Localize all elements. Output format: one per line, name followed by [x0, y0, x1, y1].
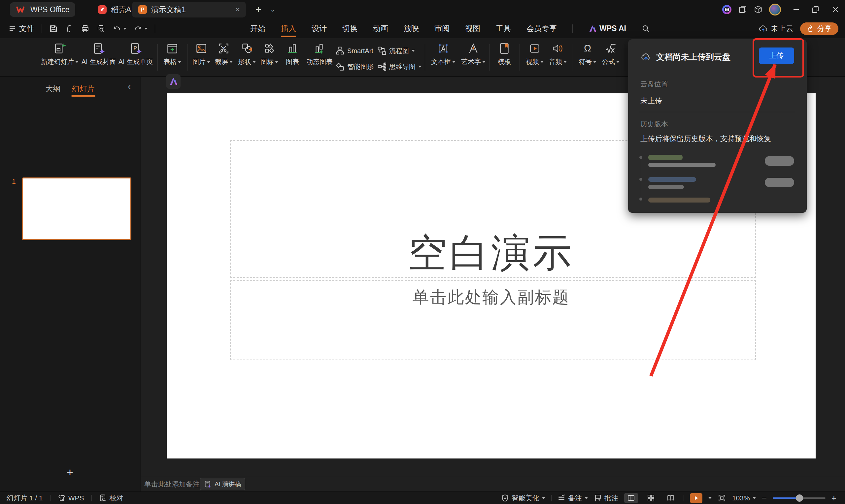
slide-thumbnail[interactable] — [22, 178, 131, 240]
restore-button[interactable] — [808, 2, 823, 17]
notes-input[interactable]: 单击此处添加备注 — [144, 476, 200, 492]
add-slide-button[interactable]: + — [67, 466, 73, 478]
slide-subtitle-placeholder-text[interactable]: 单击此处输入副标题 — [167, 286, 816, 308]
statusbar: 幻灯片 1 / 1 WPS 校对 智能美化 备注 — [0, 491, 845, 504]
share-icon — [807, 25, 815, 33]
chevron-down-icon — [753, 497, 756, 499]
wps-member-button[interactable]: WPS — [58, 494, 84, 502]
icons-button[interactable]: 图标 — [261, 41, 278, 66]
svg-text:Ω: Ω — [584, 42, 591, 53]
tab-review[interactable]: 审阅 — [434, 19, 450, 38]
share-button[interactable]: 分享 — [800, 22, 839, 35]
tab-transition[interactable]: 切换 — [342, 19, 357, 38]
menubar: 文件 开始 — [0, 19, 845, 38]
table-button[interactable]: 表格 — [163, 41, 181, 66]
close-button[interactable] — [828, 2, 843, 17]
book-view-icon — [667, 494, 675, 502]
smart-graphic-button[interactable]: 智能图形 — [335, 62, 374, 71]
print-icon[interactable] — [81, 24, 89, 33]
close-tab-icon[interactable]: × — [235, 5, 240, 14]
zoom-slider-thumb[interactable] — [796, 494, 803, 502]
skeleton-bar — [648, 155, 683, 160]
shapes-button[interactable]: 形状 — [238, 41, 256, 66]
smartart-button[interactable]: SmartArt — [335, 46, 373, 55]
picture-button[interactable]: 图片 — [192, 41, 210, 66]
document-tab[interactable]: P 演示文稿1 × — [132, 2, 246, 17]
flowchart-button[interactable]: 流程图 — [377, 46, 415, 55]
tab-member[interactable]: 会员专享 — [527, 19, 557, 38]
zoom-slider[interactable] — [773, 498, 826, 499]
reading-view-button[interactable] — [664, 493, 677, 503]
tab-list-chevron-icon[interactable]: ⌄ — [267, 3, 279, 17]
video-button[interactable]: 视频 — [526, 41, 544, 66]
tab-tools[interactable]: 工具 — [496, 19, 511, 38]
ai-cover-icon — [92, 41, 106, 55]
ai-speech-button[interactable]: AI 演讲稿 — [200, 478, 245, 490]
smart-beautify-button[interactable]: 智能美化 — [501, 493, 545, 503]
textbox-button[interactable]: 文本框 — [431, 41, 456, 66]
ai-speech-label: AI 演讲稿 — [214, 480, 241, 488]
minimize-button[interactable] — [789, 2, 804, 17]
tab-slideshow[interactable]: 放映 — [404, 19, 419, 38]
tab-wps-ai[interactable]: WPS AI — [588, 24, 626, 33]
slide-sorter-view-button[interactable] — [644, 493, 658, 503]
print-preview-icon[interactable] — [97, 24, 105, 33]
avatar[interactable] — [768, 2, 782, 17]
redo-button[interactable] — [134, 24, 147, 33]
tab-insert[interactable]: 插入 — [281, 19, 296, 38]
chart-button[interactable]: 图表 — [285, 41, 299, 66]
tab-animation[interactable]: 动画 — [373, 19, 388, 38]
new-tab-button[interactable]: + — [251, 3, 265, 17]
zoom-in-button[interactable]: + — [831, 493, 837, 503]
tshirt-icon — [58, 494, 66, 502]
ai-generate-cover-button[interactable]: AI 生成封面 — [82, 41, 116, 66]
wordart-button[interactable]: 艺术字 — [461, 41, 486, 66]
wps-ai-floating-button[interactable] — [166, 74, 180, 89]
notes-toggle-button[interactable]: 备注 — [558, 493, 588, 503]
collapse-panel-icon[interactable]: ‹ — [128, 82, 131, 92]
tab-home[interactable]: 开始 — [250, 19, 265, 38]
slide-title-text[interactable]: 空白演示 — [167, 227, 816, 280]
fit-screen-button[interactable] — [718, 494, 726, 502]
ai-generate-page-button[interactable]: P AI 生成单页 — [119, 41, 153, 66]
home-tab[interactable]: WPS Office — [10, 2, 75, 17]
template-button[interactable]: 模板 — [497, 41, 511, 66]
screenshot-button[interactable]: 截屏 — [215, 41, 233, 66]
comments-button[interactable]: 批注 — [594, 493, 618, 503]
document-tab-label: 演示文稿1 — [151, 5, 186, 15]
ai-assistant-icon[interactable] — [719, 2, 735, 17]
search-icon[interactable] — [642, 24, 650, 33]
chevron-down-icon — [563, 61, 567, 63]
dynamic-chart-button[interactable]: 动态图表 — [306, 41, 333, 66]
mindmap-button[interactable]: 思维导图 — [377, 62, 422, 71]
proofread-button[interactable]: 校对 — [99, 493, 123, 503]
cube-icon[interactable] — [751, 2, 766, 17]
normal-view-button[interactable] — [624, 493, 638, 503]
formula-button[interactable]: 公式 — [602, 41, 619, 66]
tab-design[interactable]: 设计 — [312, 19, 327, 38]
outline-tab[interactable]: 大纲 — [46, 80, 61, 97]
template-icon — [497, 41, 511, 55]
format-painter-icon[interactable] — [65, 24, 74, 33]
zoom-out-button[interactable]: − — [762, 493, 767, 503]
tab-view[interactable]: 视图 — [465, 19, 480, 38]
symbol-button[interactable]: Ω 符号 — [579, 41, 596, 66]
file-menu[interactable]: 文件 — [8, 23, 34, 34]
slides-tab[interactable]: 幻灯片 — [72, 80, 95, 97]
symbol-icon: Ω — [581, 41, 595, 55]
chevron-down-icon[interactable] — [708, 497, 712, 499]
audio-button[interactable]: 音频 — [549, 41, 567, 66]
new-slide-button[interactable]: 新建幻灯片 — [41, 41, 78, 66]
docer-icon — [98, 5, 107, 14]
chevron-down-icon — [616, 61, 619, 63]
save-icon[interactable] — [49, 24, 58, 33]
skeleton-pill-button — [765, 178, 794, 187]
windows-stack-icon[interactable] — [735, 2, 750, 17]
slideshow-play-button[interactable] — [690, 493, 702, 503]
undo-button[interactable] — [112, 24, 126, 33]
cloud-upload-status[interactable]: 未上云 — [758, 23, 793, 34]
zoom-level[interactable]: 103% — [732, 494, 756, 502]
divider — [41, 24, 42, 33]
picture-icon — [194, 41, 208, 55]
chevron-down-icon — [144, 28, 147, 30]
